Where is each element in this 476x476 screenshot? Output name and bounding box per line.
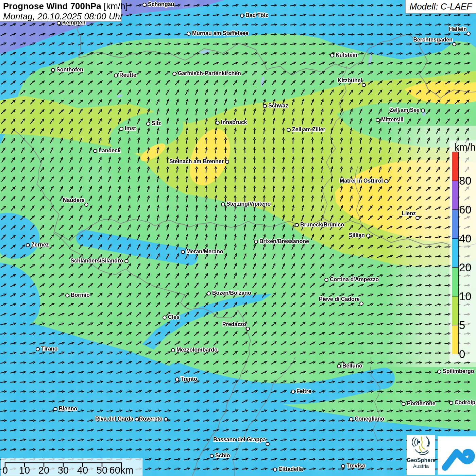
city-marker-icon bbox=[181, 250, 185, 254]
geosphere-logo-box: GeoSphere Austria bbox=[407, 435, 435, 475]
legend-colorbar bbox=[452, 152, 459, 354]
city-marker-icon bbox=[175, 377, 179, 381]
city-marker-icon bbox=[93, 149, 97, 153]
city-label: Cittadella bbox=[278, 466, 303, 472]
city-marker-icon bbox=[171, 348, 175, 352]
city-marker-icon bbox=[164, 417, 168, 421]
city-label: Brixen/Bressanone bbox=[259, 238, 309, 244]
city-marker-icon bbox=[402, 402, 406, 406]
city-marker-icon bbox=[172, 72, 176, 76]
city-label: Schio bbox=[215, 453, 230, 459]
city-label: Matrei in Osttirol bbox=[340, 178, 383, 184]
legend-block-40 bbox=[452, 209, 459, 239]
title-unit: [km/h] bbox=[104, 1, 128, 11]
city-label: Sillian bbox=[349, 232, 365, 238]
city-label: Zell am Ziller bbox=[292, 126, 325, 133]
legend-block-10 bbox=[452, 267, 459, 296]
city-marker-icon bbox=[384, 179, 388, 183]
geosphere-logo-icon bbox=[410, 435, 432, 456]
city-label: Hallein bbox=[449, 26, 467, 32]
city-label: Belluno bbox=[342, 363, 362, 369]
city-label: Lienz bbox=[402, 210, 416, 217]
city-marker-icon bbox=[207, 291, 211, 295]
city-marker-icon bbox=[337, 364, 341, 368]
mountain-logo-icon bbox=[438, 436, 476, 475]
city-label: Conegliano bbox=[355, 416, 384, 422]
legend-tick-label: 10 bbox=[459, 290, 472, 303]
scale-label: 0 bbox=[2, 465, 8, 476]
title-text: Prognose Wind 700hPa bbox=[3, 1, 101, 11]
city-marker-icon bbox=[84, 203, 88, 207]
legend-tick-label: 60 bbox=[459, 203, 472, 216]
city-marker-icon bbox=[114, 73, 118, 78]
city-labels-layer: SchongauBad TölzKemptenMurnau am Staffel… bbox=[0, 0, 476, 476]
city-marker-icon bbox=[187, 32, 191, 36]
city-marker-icon bbox=[415, 216, 420, 220]
scale-label: 40 bbox=[77, 465, 88, 476]
city-marker-icon bbox=[295, 223, 299, 227]
city-marker-icon bbox=[266, 442, 270, 446]
city-marker-icon bbox=[163, 316, 167, 320]
geosphere-region-name: Austria bbox=[407, 463, 435, 469]
legend-tick-label: 40 bbox=[459, 232, 472, 245]
city-label: Kufstein bbox=[336, 52, 357, 58]
city-label: Schwaz bbox=[268, 103, 288, 109]
city-label: Rovereto bbox=[139, 416, 163, 422]
city-marker-icon bbox=[210, 454, 214, 458]
city-label: Tirano bbox=[41, 346, 58, 352]
city-label: Bruneck/Brunico bbox=[300, 222, 344, 228]
city-label: Zernez bbox=[31, 242, 49, 248]
scale-label: 30 bbox=[58, 465, 69, 476]
city-marker-icon bbox=[124, 259, 129, 263]
wind-speed-legend: km/h 806040201050 bbox=[449, 140, 476, 362]
city-marker-icon bbox=[287, 128, 291, 132]
city-label: Sonthofen bbox=[56, 67, 83, 73]
city-marker-icon bbox=[376, 118, 380, 122]
legend-block-60 bbox=[452, 181, 459, 210]
city-label: Riva del Garda bbox=[95, 416, 133, 422]
wind-forecast-map: SchongauBad TölzKemptenMurnau am Staffel… bbox=[0, 0, 476, 476]
city-marker-icon bbox=[240, 14, 244, 18]
city-marker-icon bbox=[135, 417, 139, 421]
city-marker-icon bbox=[349, 417, 353, 421]
partner-logo-box bbox=[438, 436, 476, 475]
city-marker-icon bbox=[466, 32, 471, 36]
legend-tick-label: 0 bbox=[459, 348, 465, 361]
city-label: Meran/Merano bbox=[186, 249, 223, 255]
city-label: Pieve di Cadore bbox=[319, 296, 360, 302]
city-marker-icon bbox=[359, 302, 363, 306]
city-label: Bormio bbox=[71, 292, 90, 298]
city-marker-icon bbox=[437, 370, 441, 374]
city-label: Bienno bbox=[59, 406, 77, 412]
city-label: Berchtesgaden bbox=[413, 37, 453, 43]
city-label: Cles bbox=[168, 314, 180, 320]
city-label: Spilimbergo bbox=[443, 368, 474, 374]
valid-datetime: Montag, 20.10.2025 08:00 Uhr bbox=[3, 11, 118, 22]
city-label: Cortina d'Ampezzo bbox=[330, 276, 379, 283]
city-label: Sterzing/Vipiteno bbox=[226, 201, 271, 207]
city-label: Imst bbox=[125, 125, 136, 132]
city-marker-icon bbox=[421, 108, 425, 113]
city-marker-icon bbox=[36, 347, 40, 351]
city-marker-icon bbox=[146, 122, 150, 126]
city-label: Landeck bbox=[99, 148, 121, 154]
city-marker-icon bbox=[142, 3, 147, 7]
city-marker-icon bbox=[119, 127, 123, 131]
city-label: Nauders bbox=[63, 197, 85, 203]
scale-label: 50 bbox=[97, 465, 107, 476]
city-marker-icon bbox=[53, 407, 57, 411]
city-marker-icon bbox=[291, 390, 295, 394]
legend-block-20 bbox=[452, 238, 459, 268]
city-marker-icon bbox=[330, 53, 334, 57]
city-marker-icon bbox=[254, 240, 258, 244]
legend-block-5 bbox=[452, 296, 459, 325]
city-label: Trento bbox=[181, 376, 197, 382]
geosphere-org-name: GeoSphere bbox=[407, 457, 435, 463]
city-label: Pordenone bbox=[407, 401, 436, 407]
city-marker-icon bbox=[216, 121, 220, 125]
city-label: Silz bbox=[152, 120, 161, 126]
model-box: Modell: C-LAEF bbox=[405, 0, 476, 14]
city-label: Schongau bbox=[148, 1, 174, 7]
city-marker-icon bbox=[273, 468, 277, 472]
city-label: Innsbruck bbox=[221, 119, 247, 125]
